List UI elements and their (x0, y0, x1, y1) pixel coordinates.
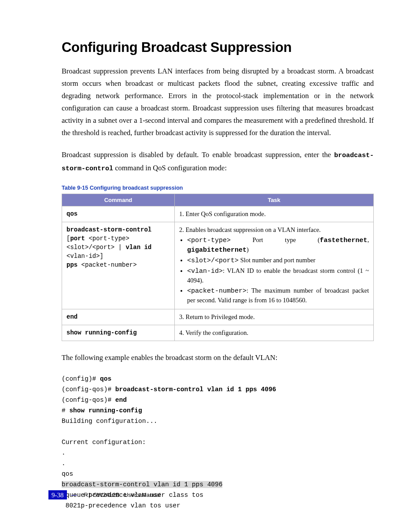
footer-doc-code: R1-SW24L2B (84, 492, 120, 498)
code-l8: . (62, 449, 66, 456)
cmd-qos: qos (66, 210, 77, 217)
cmd-bsc-line3: <slot>/<port> | (66, 244, 125, 251)
page-number-badge: 9-38 (48, 490, 67, 499)
cmd-cell-qos: qos (62, 206, 175, 222)
code-l3b: end (115, 397, 127, 404)
intro-paragraph-1: Broadcast suppression prevents LAN inter… (62, 65, 374, 139)
code-l13: 8021p-precedence vlan tos user (62, 502, 181, 509)
cmd-bsc-line5: <packet-number> (77, 261, 136, 268)
code-l11-highlight: broadcast-storm-control vlan id 1 pps 40… (62, 481, 222, 488)
b3-code: <vlan-id> (187, 268, 223, 275)
b4-code: <packet-number> (187, 287, 247, 295)
cmd-bsc-line4: <vlan-id>] (66, 253, 103, 260)
code-l3a: (config-qos)# (62, 397, 115, 404)
list-item: <port-type> Port type (fastethernet, gig… (187, 235, 369, 255)
code-l1b: qos (100, 375, 111, 382)
cmd-cell-end: end (62, 309, 175, 325)
para2-pre: Broadcast suppression is disabled by def… (62, 151, 334, 159)
section-heading: Configuring Broadcast Suppression (62, 40, 374, 55)
code-l1a: (config)# (62, 375, 100, 382)
cmd-bsc-line5b: pps (66, 261, 77, 268)
task-cell-3: 3. Return to Privileged mode. (175, 309, 374, 325)
cmd-bsc-line2c: <port-type> (85, 235, 129, 242)
code-l5: Building configuration... (62, 418, 158, 425)
footer-doc-title: User's Manual (124, 492, 161, 498)
cmd-show: show running-config (66, 329, 137, 336)
b1-txt3: ) (247, 246, 249, 253)
task2-lead: 2. Enables broadcast suppression on a VL… (179, 226, 321, 233)
code-l7: Current configuration: (62, 439, 146, 446)
b1-txt2: , (367, 236, 369, 243)
cmd-bsc-line2b: port (70, 235, 85, 242)
list-item: <vlan-id>: VLAN ID to enable the broadca… (187, 266, 369, 285)
cmd-bsc-line3b: vlan id (125, 244, 151, 251)
b1-code: <port-type> (187, 237, 231, 244)
task-cell-1: 1. Enter QoS configuration mode. (175, 206, 374, 222)
example-intro: The following example enables the broadc… (62, 352, 374, 364)
table-row: end 3. Return to Privileged mode. (62, 309, 374, 325)
task-cell-4: 4. Verify the configuration. (175, 325, 374, 341)
b2-code: <slot>/<port> (187, 257, 239, 264)
cmd-end: end (66, 313, 77, 320)
footer-separator: — (71, 492, 77, 498)
b2-txt: Slot number and port number (239, 257, 315, 264)
para2-post: command in QoS configuration mode: (113, 164, 227, 172)
cmd-cell-bsc: broadcast-storm-control [port <port-type… (62, 222, 175, 309)
table-row: broadcast-storm-control [port <port-type… (62, 222, 374, 309)
code-l9: . (62, 460, 66, 467)
code-l2a: (config-qos)# (62, 386, 115, 393)
command-table: Command Task qos 1. Enter QoS configurat… (62, 194, 374, 341)
task-cell-2: 2. Enables broadcast suppression on a VL… (175, 222, 374, 309)
code-l4b: show running-config (69, 407, 142, 414)
intro-paragraph-2: Broadcast suppression is disabled by def… (62, 149, 374, 175)
page-footer: 9-38 — R1-SW24L2B User's Manual (48, 490, 161, 499)
cmd-cell-show: show running-config (62, 325, 175, 341)
table-caption: Table 9-15 Configuring broadcast suppres… (62, 185, 374, 191)
table-row: show running-config 4. Verify the config… (62, 325, 374, 341)
code-l2b: broadcast-storm-control vlan id 1 pps 40… (115, 386, 276, 393)
task2-list: <port-type> Port type (fastethernet, gig… (187, 235, 369, 305)
b1-code3: gigabitethernet (187, 246, 247, 254)
list-item: <packet-number>: The maximum number of b… (187, 286, 369, 305)
table-header-row: Command Task (62, 194, 374, 206)
list-item: <slot>/<port> Slot number and port numbe… (187, 256, 369, 265)
th-command: Command (62, 194, 175, 206)
b1-code2: fastethernet (320, 237, 367, 244)
table-row: qos 1. Enter QoS configuration mode. (62, 206, 374, 222)
code-l10: qos (62, 470, 73, 477)
cmd-bsc-line1: broadcast-storm-control (66, 226, 151, 233)
code-l4a: # (62, 407, 69, 414)
th-task: Task (175, 194, 374, 206)
b1-txt1: Port type ( (231, 236, 320, 243)
